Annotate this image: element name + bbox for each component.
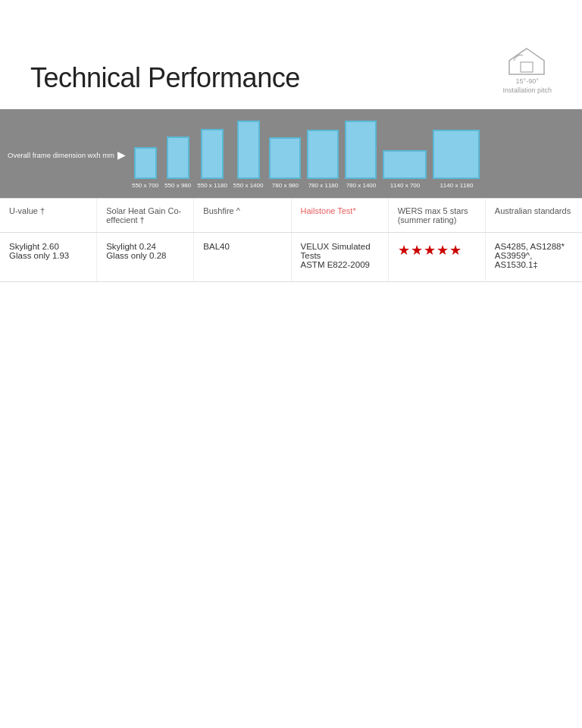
header-wers: WERS max 5 stars (summer rating) [389, 199, 486, 232]
header-hailstone: Hailstone Test* [292, 199, 389, 232]
cell-bushfire: BAL40 [194, 233, 291, 281]
skylight-rect [307, 130, 339, 179]
dimensions-bar: Overall frame dimension wxh mm ▶ 550 x 7… [0, 109, 582, 198]
pitch-range-label: 15°-90° [516, 77, 539, 85]
cell-standards: AS4285, AS1288* AS3959^, AS1530.1‡ [486, 233, 582, 281]
page-title: Technical Performance [30, 62, 300, 94]
pitch-description-label: Installation pitch [502, 86, 552, 94]
table-section: U-value † Solar Heat Gain Co-effecient †… [0, 198, 582, 282]
skylight-dim-label: 780 x 1400 [346, 182, 377, 189]
house-pitch-icon [506, 46, 548, 76]
header-section: Technical Performance 15°-90° Installati… [0, 0, 582, 109]
skylight-rect [201, 129, 224, 179]
bottom-spacer [0, 282, 582, 510]
table-header-row: U-value † Solar Heat Gain Co-effecient †… [0, 199, 582, 233]
svg-marker-0 [509, 49, 544, 74]
skylight-dim-label: 780 x 980 [272, 182, 299, 189]
table-data-row: Skylight 2.60 Glass only 1.93 Skylight 0… [0, 233, 582, 281]
skylight-rect [167, 136, 189, 179]
svg-rect-1 [521, 62, 533, 72]
arrow-icon: ▶ [117, 149, 126, 161]
skylight-rect [237, 121, 260, 179]
skylight-dim-label: 550 x 1180 [197, 182, 227, 189]
skylight-item: 550 x 1400 [233, 121, 264, 189]
skylight-item: 780 x 980 [269, 137, 301, 189]
cell-solar: Skylight 0.24 Glass only 0.28 [97, 233, 194, 281]
skylight-item: 1140 x 1180 [433, 130, 480, 189]
skylight-rect [134, 147, 157, 179]
skylight-dim-label: 780 x 1180 [308, 182, 339, 189]
skylight-dim-label: 550 x 700 [132, 182, 158, 189]
cell-uvalue: Skylight 2.60 Glass only 1.93 [0, 233, 97, 281]
skylight-items: 550 x 700550 x 980550 x 1180550 x 140078… [132, 121, 574, 189]
skylight-item: 780 x 1180 [307, 130, 339, 189]
header-solar: Solar Heat Gain Co-effecient † [97, 199, 194, 232]
skylight-rect [345, 121, 377, 179]
skylight-item: 1140 x 700 [383, 150, 427, 189]
header-bushfire: Bushfire ^ [194, 199, 291, 232]
skylight-item: 780 x 1400 [345, 121, 377, 189]
skylight-dim-label: 550 x 1400 [233, 182, 264, 189]
skylight-dim-label: 550 x 980 [164, 182, 191, 189]
skylight-item: 550 x 700 [132, 147, 158, 189]
page-wrapper: Technical Performance 15°-90° Installati… [0, 0, 582, 728]
dimension-label: Overall frame dimension wxh mm ▶ [8, 149, 132, 161]
cell-wers: ★★★★★ [389, 233, 486, 281]
skylight-rect [269, 137, 301, 179]
pitch-icon: 15°-90° Installation pitch [502, 46, 552, 94]
skylight-dim-label: 1140 x 1180 [440, 182, 473, 189]
header-standards: Australian standards [486, 199, 582, 232]
skylight-dim-label: 1140 x 700 [390, 182, 421, 189]
skylight-item: 550 x 1180 [197, 129, 227, 189]
svg-line-2 [509, 49, 527, 61]
cell-hailstone: VELUX Simulated Tests ASTM E822-2009 [292, 233, 389, 281]
skylight-rect [433, 130, 480, 179]
skylight-rect [383, 150, 427, 179]
header-uvalue: U-value † [0, 199, 97, 232]
skylight-item: 550 x 980 [164, 136, 191, 189]
